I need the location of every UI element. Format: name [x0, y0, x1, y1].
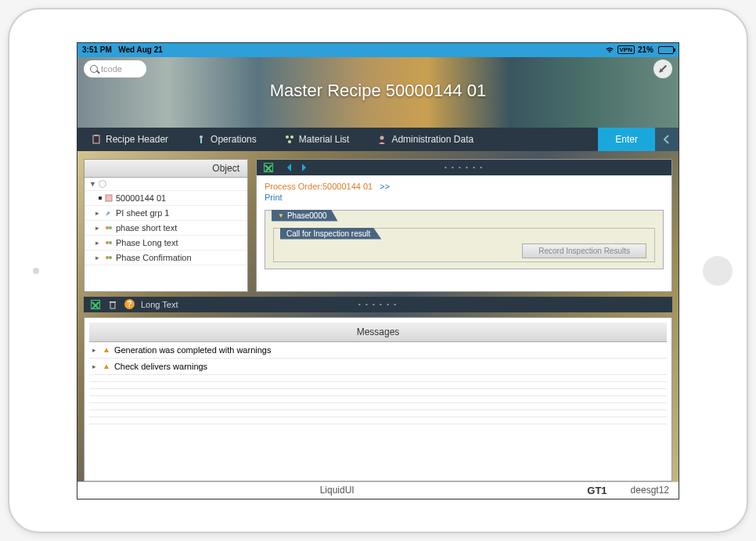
expand-icon: ▸: [95, 209, 102, 217]
call-tab[interactable]: Call for Inspection result: [280, 228, 381, 240]
svg-point-14: [109, 256, 112, 259]
svg-point-6: [288, 140, 291, 143]
wifi-icon: [605, 46, 614, 54]
operations-icon: [196, 135, 206, 144]
tab-bar: Recipe Header Operations Material List A…: [77, 128, 679, 151]
tablet-frame: 3:51 PM Wed Aug 21 VPN 21% tcode: [8, 8, 748, 533]
close-icon: [91, 300, 100, 309]
tree-item[interactable]: ▸ phase short text: [85, 221, 247, 236]
tree-item[interactable]: 50000144 01: [85, 191, 247, 206]
tree-label: Phase Long text: [116, 238, 178, 247]
svg-rect-8: [106, 195, 112, 201]
phase-group: ▼ Phase0000 Call for Inspection result R…: [265, 210, 664, 269]
home-button[interactable]: [703, 256, 733, 286]
warning-icon: ▲: [103, 362, 110, 370]
tab-label: Recipe Header: [106, 134, 168, 145]
drag-dots-icon: • • • • • •: [358, 301, 398, 308]
edit-button[interactable]: [653, 60, 672, 78]
content-area: Object ▼ 50000144 01 ▸: [77, 151, 679, 481]
detail-toolbar: • • • • • •: [257, 160, 671, 175]
search-input[interactable]: tcode: [84, 60, 146, 78]
tree-label: Phase Confirmation: [116, 253, 192, 262]
tree-item[interactable]: ▸ Phase Confirmation: [85, 251, 247, 265]
svg-point-11: [106, 241, 109, 244]
trash-icon: [108, 300, 117, 309]
svg-rect-3: [200, 139, 202, 143]
collapse-icon: ▼: [278, 212, 284, 219]
search-icon: [90, 65, 98, 73]
messages-panel: Messages ▸ ▲ Generation was completed wi…: [84, 317, 672, 481]
battery-pct: 21%: [638, 45, 653, 54]
enter-button[interactable]: Enter: [598, 128, 655, 151]
tree-root[interactable]: ▼: [85, 178, 247, 191]
phase-icon: [105, 224, 113, 232]
admin-icon: [377, 135, 387, 144]
svg-rect-15: [110, 302, 115, 308]
tree-label: PI sheet grp 1: [116, 208, 170, 218]
svg-point-12: [109, 241, 112, 244]
pencil-icon: [659, 65, 667, 73]
close-messages-button[interactable]: [90, 299, 101, 310]
svg-point-9: [106, 226, 109, 229]
process-order-link[interactable]: Process Order:50000144 01 >>: [265, 182, 664, 191]
expand-icon: ▸: [95, 239, 102, 247]
print-link[interactable]: Print: [265, 193, 283, 202]
status-bar: 3:51 PM Wed Aug 21 VPN 21%: [77, 43, 679, 57]
sheet-icon: [105, 209, 113, 217]
phase-icon: [105, 239, 113, 247]
footer-system: GT1: [587, 485, 607, 496]
svg-point-13: [106, 256, 109, 259]
arrow-right-icon: [302, 164, 310, 171]
arrows-text: >>: [380, 182, 390, 191]
app-screen: 3:51 PM Wed Aug 21 VPN 21% tcode: [77, 42, 679, 500]
tab-label: Administration Data: [391, 134, 473, 145]
message-row[interactable]: ▸ ▲ Check delivers warnings: [89, 359, 667, 375]
banner: tcode Master Recipe 50000144 01: [77, 57, 679, 128]
message-row-empty: [89, 389, 667, 396]
back-icon: [661, 134, 672, 145]
status-time: 3:51 PM: [82, 45, 112, 54]
battery-icon: [658, 46, 674, 54]
tab-admin-data[interactable]: Administration Data: [363, 128, 488, 151]
resize-dots-icon: • • • •: [664, 388, 672, 410]
expand-icon: ▸: [95, 254, 102, 261]
page-title: Master Recipe 50000144 01: [77, 81, 679, 106]
message-text: Generation was completed with warnings: [114, 345, 272, 355]
phase-tab[interactable]: ▼ Phase0000: [272, 210, 338, 222]
svg-rect-1: [95, 135, 98, 136]
help-button[interactable]: ?: [124, 299, 135, 309]
message-row[interactable]: ▸ ▲ Generation was completed with warnin…: [89, 342, 667, 359]
phase-icon: [105, 254, 113, 261]
recipe-icon: [105, 194, 113, 202]
svg-point-4: [286, 135, 289, 139]
delete-button[interactable]: [107, 299, 118, 310]
tree-item[interactable]: ▸ PI sheet grp 1: [85, 206, 247, 221]
cube-icon: [99, 180, 106, 188]
close-icon: [264, 163, 273, 172]
tab-recipe-header[interactable]: Recipe Header: [77, 128, 182, 151]
nav-prev-button[interactable]: [282, 162, 293, 173]
nav-next-button[interactable]: [301, 162, 311, 173]
tab-operations[interactable]: Operations: [182, 128, 271, 151]
svg-point-5: [290, 135, 293, 139]
tree-label: 50000144 01: [116, 193, 166, 203]
tab-material-list[interactable]: Material List: [271, 128, 364, 151]
enter-label: Enter: [615, 134, 638, 145]
material-icon: [285, 135, 294, 144]
tree-header: Object: [85, 160, 247, 178]
back-button[interactable]: [655, 128, 679, 151]
tree-item[interactable]: ▸ Phase Long text: [85, 236, 247, 251]
message-row-empty: [89, 410, 667, 417]
status-left: 3:51 PM Wed Aug 21: [82, 45, 163, 54]
record-results-button[interactable]: Record Inspection Results: [522, 243, 646, 258]
message-row-empty: [89, 417, 667, 424]
warning-icon: ▲: [103, 345, 110, 354]
long-text-label: Long Text: [141, 300, 178, 309]
message-text: Check delivers warnings: [114, 362, 207, 371]
tab-label: Operations: [211, 134, 257, 145]
message-row-empty: [89, 375, 667, 382]
phase-tab-label: Phase0000: [287, 211, 327, 220]
call-tab-label: Call for Inspection result: [286, 229, 370, 238]
drag-dots-icon: • • • • • •: [445, 164, 484, 171]
close-detail-button[interactable]: [263, 162, 274, 173]
